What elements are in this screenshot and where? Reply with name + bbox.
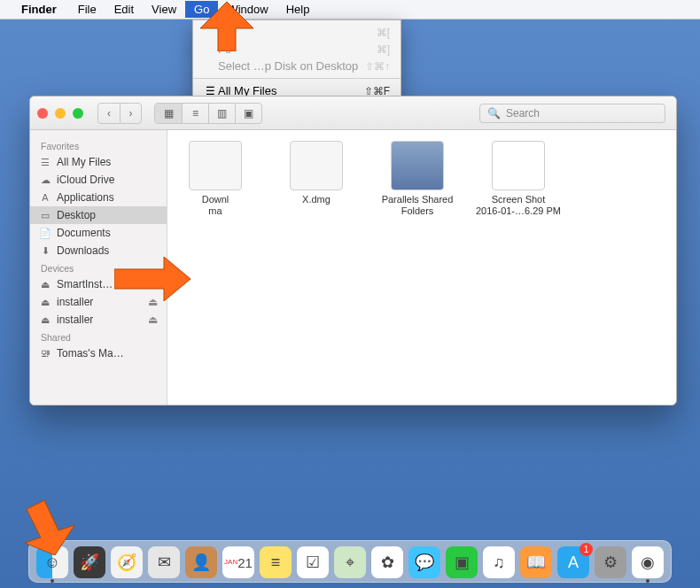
dock-appstore-icon[interactable]: A1 [557, 546, 589, 578]
menu-item-shortcut: ⇧⌘↑ [365, 60, 390, 73]
file-icon [290, 141, 343, 190]
file-item[interactable]: Downlma [173, 141, 258, 217]
sidebar-item-label: Desktop [57, 209, 158, 221]
dock-wrap: ☺🚀🧭✉👤JAN21≡☑⌖✿💬▣♫📖A1⚙◉ [0, 540, 700, 583]
sidebar-item-icon: 🖳 [39, 348, 51, 359]
sidebar-item-downloads[interactable]: ⬇Downloads [30, 242, 167, 259]
running-indicator [51, 579, 54, 583]
sidebar-item-icon: A [39, 192, 51, 203]
dock-launchpad-icon[interactable]: 🚀 [74, 546, 105, 578]
close-button[interactable] [37, 108, 48, 119]
sidebar-item-label: Documents [57, 227, 158, 239]
dock-safari-icon[interactable]: 🧭 [111, 546, 143, 578]
sidebar-item-icloud-drive[interactable]: ☁iCloud Drive [30, 171, 167, 189]
sidebar-item-tomas-s-ma-[interactable]: 🖳Tomas's Ma… [30, 344, 167, 362]
sidebar-item-label: SmartInst… [57, 278, 143, 290]
dock-chrome-icon[interactable]: ◉ [632, 546, 664, 578]
dock-systempreferences-icon[interactable]: ⚙ [595, 546, 626, 578]
menu-help[interactable]: Help [277, 1, 319, 18]
menu-view[interactable]: View [143, 1, 185, 18]
menu-file[interactable]: File [69, 1, 105, 18]
sidebar-item-icon: ☁ [39, 174, 51, 186]
sidebar-item-label: All My Files [57, 156, 158, 168]
go-menu-disabled: Fo⌘] [193, 41, 401, 58]
sidebar-item-installer[interactable]: ⏏installer⏏ [30, 311, 167, 329]
dock-messages-icon[interactable]: 💬 [408, 546, 440, 578]
nav-back-forward: ‹ › [97, 103, 142, 124]
menu-item-label: B [218, 26, 377, 39]
file-icon [189, 141, 242, 190]
go-menu-disabled: B⌘[ [193, 24, 401, 41]
eject-icon[interactable]: ⏏ [148, 296, 158, 308]
menubar: Finder FileEditViewGoWindowHelp [0, 0, 700, 19]
finder-titlebar: ‹ › ▦ ≡ ▥ ▣ 🔍 Search [30, 97, 676, 130]
sidebar-item-label: iCloud Drive [57, 174, 158, 186]
file-label: X.dmg [302, 194, 331, 205]
file-item[interactable]: X.dmg [274, 141, 359, 217]
sidebar-item-label: installer [57, 313, 143, 326]
dock-calendar-icon[interactable]: JAN21 [222, 546, 254, 578]
dock-finder-icon[interactable]: ☺ [36, 546, 68, 578]
go-menu-disabled: Select …p Disk on Desktop⇧⌘↑ [193, 58, 401, 74]
dock-photos-icon[interactable]: ✿ [371, 546, 403, 578]
nav-back-button[interactable]: ‹ [98, 104, 120, 123]
minimize-button[interactable] [55, 108, 66, 119]
finder-content[interactable]: DownlmaX.dmgParallels SharedFoldersScree… [167, 130, 676, 405]
menu-item-label: Fo [218, 43, 377, 56]
search-field[interactable]: 🔍 Search [479, 104, 665, 123]
sidebar-item-applications[interactable]: AApplications [30, 189, 167, 206]
sidebar-devices-head: Devices [30, 259, 167, 275]
menu-item-shortcut: ⌘[ [377, 27, 390, 39]
finder-window: ‹ › ▦ ≡ ▥ ▣ 🔍 Search Favorites☰All My Fi… [29, 96, 677, 406]
search-placeholder: Search [506, 107, 540, 120]
search-icon: 🔍 [487, 107, 501, 120]
file-item[interactable]: Parallels SharedFolders [375, 141, 460, 217]
view-column-button[interactable]: ▥ [208, 104, 235, 123]
file-icon [391, 141, 444, 190]
sidebar-item-installer[interactable]: ⏏installer⏏ [30, 293, 167, 311]
menu-go[interactable]: Go [185, 1, 218, 18]
sidebar-item-label: installer [57, 296, 143, 308]
view-coverflow-button[interactable]: ▣ [235, 104, 261, 123]
file-label: Screen Shot2016-01-…6.29 PM [476, 194, 561, 217]
sidebar-item-icon: ⏏ [39, 279, 51, 290]
badge: 1 [579, 543, 593, 556]
running-indicator [646, 579, 649, 583]
file-label: Downlma [202, 194, 229, 217]
menu-item-label: Select …p Disk on Desktop [218, 59, 365, 73]
sidebar-item-icon: ⬇ [39, 245, 51, 257]
nav-forward-button[interactable]: › [120, 104, 141, 123]
dock-maps-icon[interactable]: ⌖ [334, 546, 366, 578]
sidebar-favorites-head: Favorites [30, 137, 167, 153]
dock-notes-icon[interactable]: ≡ [260, 546, 292, 578]
maximize-button[interactable] [73, 108, 83, 119]
menubar-app-name[interactable]: Finder [21, 3, 57, 16]
dock-reminders-icon[interactable]: ☑ [297, 546, 329, 578]
dock: ☺🚀🧭✉👤JAN21≡☑⌖✿💬▣♫📖A1⚙◉ [28, 540, 672, 583]
menu-separator [193, 78, 401, 79]
view-mode-segmented: ▦ ≡ ▥ ▣ [154, 103, 262, 124]
dock-contacts-icon[interactable]: 👤 [185, 546, 217, 578]
sidebar-item-all-my-files[interactable]: ☰All My Files [30, 153, 167, 171]
sidebar-item-smartinst-[interactable]: ⏏SmartInst…⏏ [30, 275, 167, 293]
eject-icon[interactable]: ⏏ [148, 278, 158, 290]
view-list-button[interactable]: ≡ [182, 104, 208, 123]
dock-ibooks-icon[interactable]: 📖 [520, 546, 552, 578]
menu-window[interactable]: Window [218, 1, 276, 18]
eject-icon[interactable]: ⏏ [148, 313, 158, 326]
sidebar-item-icon: ☰ [39, 157, 51, 168]
sidebar-item-icon: ⏏ [39, 314, 51, 326]
sidebar-item-documents[interactable]: 📄Documents [30, 224, 167, 242]
view-icon-button[interactable]: ▦ [155, 104, 182, 123]
menu-item-shortcut: ⌘] [377, 43, 390, 56]
menu-edit[interactable]: Edit [105, 1, 143, 18]
finder-sidebar: Favorites☰All My Files☁iCloud DriveAAppl… [30, 130, 167, 405]
sidebar-item-desktop[interactable]: ▭Desktop [30, 206, 167, 224]
sidebar-item-icon: ▭ [39, 210, 51, 221]
dock-mail-icon[interactable]: ✉ [148, 546, 180, 578]
sidebar-item-label: Applications [57, 191, 158, 204]
dock-itunes-icon[interactable]: ♫ [483, 546, 515, 578]
file-item[interactable]: Screen Shot2016-01-…6.29 PM [476, 141, 561, 217]
dock-facetime-icon[interactable]: ▣ [446, 546, 478, 578]
sidebar-item-icon: ⏏ [39, 297, 51, 308]
